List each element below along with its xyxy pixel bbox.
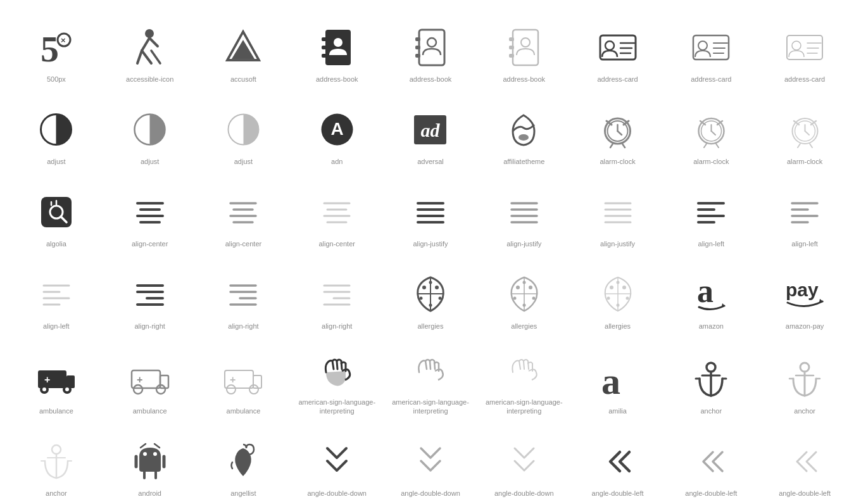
icon-cell-angellist[interactable]: angellist [200,427,287,503]
icon-cell-amilia[interactable]: a amilia [574,342,662,421]
icon-label: angellist [230,489,256,498]
align-right-icon-1 [128,272,172,317]
icon-cell-adversal[interactable]: ad adversal [387,95,474,171]
icon-cell-allergies-1[interactable]: allergies [387,260,474,336]
icon-cell-address-card-2[interactable]: address-card [667,13,755,89]
svg-point-171 [707,363,715,372]
svg-line-5 [149,38,158,46]
svg-rect-13 [322,37,327,41]
icon-cell-align-right-1[interactable]: align-right [106,260,194,336]
icon-cell-asl-3[interactable]: american-sign-language-interpreting [481,342,568,421]
icon-cell-adjust-3[interactable]: adjust [200,95,287,171]
icon-label: accusoft [230,75,256,84]
icon-cell-accusoft[interactable]: accusoft [200,13,287,89]
angle-double-left-icon-1 [596,439,640,484]
icon-label: angle-double-left [779,489,831,498]
icon-cell-adn[interactable]: A adn [293,95,380,171]
icon-cell-alarm-clock-3[interactable]: alarm-clock [761,95,848,171]
icon-label: affiliatetheme [503,157,544,166]
icon-cell-android[interactable]: android [106,427,194,503]
icon-cell-anchor-1[interactable]: anchor [667,342,755,421]
allergies-icon-2 [502,272,546,317]
icon-label: ambulance [39,406,73,415]
icon-cell-allergies-3[interactable]: allergies [574,260,662,336]
align-justify-icon-3 [596,190,640,234]
icon-label: align-justify [600,239,635,248]
icon-label: align-justify [413,239,448,248]
svg-point-141 [522,280,525,284]
icon-cell-algolia[interactable]: algolia [13,177,100,253]
svg-point-147 [606,296,610,299]
accusoft-icon [221,25,265,70]
icon-cell-asl-2[interactable]: american-sign-language-interpreting [387,342,474,421]
svg-line-61 [711,131,715,135]
icon-cell-address-book-1[interactable]: address-book [293,13,380,89]
svg-line-65 [716,144,719,148]
icon-cell-angle-double-down-3[interactable]: angle-double-down [481,427,568,503]
svg-point-26 [521,38,530,47]
icon-label: american-sign-language-interpreting [390,398,471,416]
icon-cell-asl-1[interactable]: american-sign-language-interpreting [293,342,380,421]
icon-cell-align-center-2[interactable]: align-center [200,177,287,253]
icon-cell-align-left-1[interactable]: align-left [667,177,755,253]
icon-cell-ambulance-3[interactable]: + ambulance [200,342,287,421]
icon-label: address-book [316,75,358,84]
icon-cell-alarm-clock-1[interactable]: alarm-clock [574,95,662,171]
svg-point-149 [616,280,619,284]
svg-point-138 [529,286,532,289]
icon-cell-align-justify-1[interactable]: align-justify [387,177,474,253]
angle-double-left-icon-3 [782,439,827,484]
icon-cell-angle-double-left-3[interactable]: angle-double-left [761,427,848,503]
icon-cell-align-left-3[interactable]: align-left [13,260,100,336]
adjust-icon-3 [221,108,265,152]
icon-cell-address-book-3[interactable]: address-book [481,13,568,89]
icon-cell-align-right-3[interactable]: align-right [293,260,380,336]
icon-cell-adjust-2[interactable]: adjust [106,95,194,171]
adn-icon: A [315,108,359,152]
icon-cell-align-center-3[interactable]: align-center [293,177,380,253]
address-card-icon-2 [689,25,733,70]
align-left-icon-3 [34,272,79,317]
svg-text:+: + [230,374,236,385]
icon-label: accessible-icon [126,75,173,84]
icon-cell-align-right-2[interactable]: align-right [200,260,287,336]
icon-label: align-right [322,322,352,331]
icon-cell-ambulance-2[interactable]: + ambulance [106,342,194,421]
svg-line-69 [805,131,809,135]
adversal-icon: ad [408,108,453,152]
icon-cell-angle-double-left-1[interactable]: angle-double-left [574,427,662,503]
algolia-icon [34,190,79,234]
icon-label: align-center [318,239,355,248]
icon-cell-angle-double-down-2[interactable]: angle-double-down [387,427,474,503]
icon-cell-angle-double-down-1[interactable]: angle-double-down [293,427,380,503]
icon-cell-adjust-1[interactable]: adjust [13,95,100,171]
icon-label: angle-double-down [494,489,554,498]
icon-cell-align-justify-3[interactable]: align-justify [574,177,662,253]
icon-label: anchor [701,406,722,415]
icon-cell-align-justify-2[interactable]: align-justify [481,177,568,253]
icon-cell-alarm-clock-2[interactable]: alarm-clock [667,95,755,171]
icon-cell-angle-double-left-2[interactable]: angle-double-left [667,427,755,503]
icon-cell-align-center-1[interactable]: align-center [106,177,194,253]
allergies-icon-1 [408,272,453,317]
icon-cell-affiliatetheme[interactable]: affiliatetheme [481,95,568,171]
adjust-icon-2 [128,108,172,152]
svg-point-142 [522,303,525,306]
icon-label: ambulance [227,406,261,415]
icon-cell-address-card-1[interactable]: address-card [574,13,662,89]
icon-cell-accessible-icon[interactable]: accessible-icon [106,13,194,89]
icon-cell-amazon[interactable]: a amazon [667,260,755,336]
icon-cell-address-book-2[interactable]: address-book [387,13,474,89]
icon-label: american-sign-language-interpreting [484,398,565,416]
icon-cell-anchor-3[interactable]: anchor [13,427,100,503]
500px-icon: 5 × [34,25,79,70]
icon-cell-address-card-3[interactable]: address-card [761,13,848,89]
icon-cell-ambulance-1[interactable]: + ambulance [13,342,100,421]
svg-text:a: a [697,273,713,309]
icon-cell-allergies-2[interactable]: allergies [481,260,568,336]
svg-point-146 [622,286,626,289]
icon-cell-500px[interactable]: 5 × 500px [13,13,100,89]
icon-cell-anchor-2[interactable]: anchor [761,342,848,421]
icon-cell-align-left-2[interactable]: align-left [761,177,848,253]
icon-cell-amazon-pay[interactable]: pay amazon-pay [761,260,848,336]
